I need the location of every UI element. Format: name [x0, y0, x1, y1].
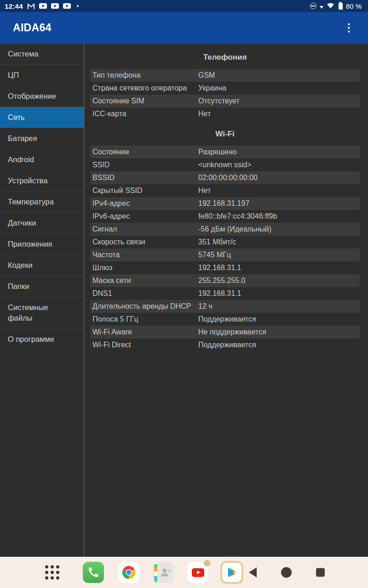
- info-row[interactable]: Состояние SIMОтсутствует: [90, 95, 360, 107]
- row-label: Состояние SIM: [90, 96, 198, 106]
- sidebar-item-system[interactable]: Система: [0, 44, 84, 65]
- sidebar: СистемаЦПОтображениеСетьБатареяAndroidУс…: [0, 44, 85, 557]
- youtube-badge-dot: [204, 560, 210, 566]
- info-row[interactable]: Wi-Fi DirectПоддерживается: [90, 339, 360, 351]
- row-label: Скорость связи: [90, 237, 198, 247]
- row-label: Страна сетевого оператора: [90, 84, 198, 93]
- sidebar-item-android[interactable]: Android: [0, 149, 84, 170]
- contacts-stripe: [154, 563, 157, 582]
- navigation-bar: [0, 557, 368, 588]
- row-label: Скрытый SSID: [90, 186, 198, 195]
- row-label: Длительность аренды DHCP: [90, 302, 198, 311]
- info-row[interactable]: СостояниеРазрешено: [90, 146, 360, 158]
- info-row[interactable]: Страна сетевого оператораУкраина: [90, 82, 360, 95]
- sidebar-item-display[interactable]: Отображение: [0, 86, 84, 107]
- gmail-notification-icon: [27, 3, 35, 10]
- info-row[interactable]: Скорость связи351 Мбит/с: [90, 236, 360, 249]
- sidebar-item-about[interactable]: О программе: [0, 329, 84, 350]
- row-value: fe80::bfe7:cc4:3046:ff9b: [198, 212, 360, 221]
- status-time: 12:44: [5, 2, 23, 10]
- row-value: 351 Мбит/с: [198, 237, 360, 247]
- sidebar-item-temperature[interactable]: Температура: [0, 192, 84, 213]
- row-value: 192.168.31.1: [198, 289, 360, 298]
- row-value: Украина: [198, 84, 360, 93]
- row-value: 255.255.255.0: [198, 276, 360, 285]
- app-drawer-icon[interactable]: [45, 565, 59, 580]
- chrome-icon[interactable]: [118, 562, 139, 583]
- row-value: Поддерживается: [198, 315, 360, 324]
- more-notifications-dot: [77, 5, 79, 7]
- row-value: GSM: [198, 71, 360, 80]
- sidebar-item-folders[interactable]: Папки: [0, 276, 84, 297]
- row-value: Нет: [198, 109, 360, 119]
- info-row[interactable]: IPv4-адрес192.168.31.197: [90, 197, 360, 210]
- sidebar-item-codecs[interactable]: Кодеки: [0, 255, 84, 276]
- row-label: Шлюз: [90, 263, 198, 272]
- row-label: Wi-Fi Direct: [90, 340, 198, 350]
- youtube-notification-icon: [63, 3, 71, 9]
- row-label: Полоса 5 ГГц: [90, 315, 198, 324]
- app-bar: AIDA64 ⋮: [0, 12, 368, 44]
- section-title: Wi-Fi: [90, 130, 360, 139]
- vpn-triangle-icon: [320, 6, 323, 9]
- info-row[interactable]: ICC-картаНет: [90, 107, 360, 120]
- info-row[interactable]: SSID<unknown ssid>: [90, 158, 360, 171]
- row-value: 5745 МГц: [198, 250, 360, 260]
- sidebar-item-system-files[interactable]: Системные файлы: [0, 297, 84, 329]
- youtube-notification-icon: [51, 3, 59, 9]
- contacts-icon[interactable]: [153, 562, 174, 583]
- sidebar-item-battery[interactable]: Батарея: [0, 128, 84, 149]
- status-bar: 12:44 80 %: [0, 0, 368, 12]
- info-row[interactable]: Wi-Fi AwareНе поддерживается: [90, 326, 360, 339]
- info-row[interactable]: BSSID02:00:00:00:00:00: [90, 171, 360, 184]
- info-row[interactable]: Шлюз192.168.31.1: [90, 261, 360, 274]
- youtube-icon[interactable]: [187, 562, 208, 583]
- phone-icon[interactable]: [83, 562, 104, 583]
- row-value: 02:00:00:00:00:00: [198, 173, 360, 182]
- recents-icon[interactable]: [316, 568, 325, 577]
- status-bar-notifications: 12:44: [5, 2, 79, 10]
- sidebar-item-sensors[interactable]: Датчики: [0, 213, 84, 234]
- row-value: Нет: [198, 186, 360, 195]
- youtube-tile: [187, 562, 208, 583]
- info-row[interactable]: Скрытый SSIDНет: [90, 184, 360, 197]
- status-bar-system-icons: 80 %: [310, 2, 362, 11]
- android-screen: 12:44 80 % AIDA64 ⋮ СистемаЦПОтображение…: [0, 0, 368, 588]
- youtube-notification-icon: [39, 3, 47, 9]
- back-icon[interactable]: [249, 567, 257, 577]
- row-value: 12 ч: [198, 302, 360, 311]
- kebab-menu-icon[interactable]: ⋮: [340, 21, 358, 35]
- row-value: <unknown ssid>: [198, 160, 360, 170]
- info-row[interactable]: Полоса 5 ГГцПоддерживается: [90, 313, 360, 326]
- row-label: DNS1: [90, 289, 198, 298]
- info-row[interactable]: IPv6-адресfe80::bfe7:cc4:3046:ff9b: [90, 210, 360, 223]
- row-value: 192.168.31.197: [198, 199, 360, 208]
- battery-icon: [339, 3, 343, 10]
- row-value: Не поддерживается: [198, 328, 360, 337]
- row-value: Отсутствует: [198, 96, 360, 106]
- row-label: Тип телефона: [90, 71, 198, 80]
- info-row[interactable]: Сигнал-56 дБм (Идеальный): [90, 223, 360, 236]
- info-row[interactable]: Частота5745 МГц: [90, 249, 360, 261]
- info-row[interactable]: Длительность аренды DHCP12 ч: [90, 300, 360, 313]
- info-row[interactable]: Тип телефонаGSM: [90, 69, 360, 82]
- row-value: 192.168.31.1: [198, 263, 360, 272]
- row-label: BSSID: [90, 173, 198, 182]
- row-label: ICC-карта: [90, 109, 198, 119]
- play-store-icon[interactable]: [220, 561, 243, 584]
- info-row[interactable]: DNS1192.168.31.1: [90, 287, 360, 300]
- row-label: Сигнал: [90, 225, 198, 234]
- sidebar-item-devices[interactable]: Устройства: [0, 170, 84, 192]
- sidebar-item-cpu[interactable]: ЦП: [0, 65, 84, 86]
- row-label: IPv6-адрес: [90, 212, 198, 221]
- home-icon[interactable]: [281, 567, 292, 578]
- row-value: -56 дБм (Идеальный): [198, 225, 360, 234]
- sidebar-item-network[interactable]: Сеть: [0, 107, 84, 128]
- row-label: SSID: [90, 160, 198, 170]
- info-row[interactable]: Маска сети255.255.255.0: [90, 274, 360, 287]
- sidebar-item-apps[interactable]: Приложения: [0, 234, 84, 255]
- row-label: Маска сети: [90, 276, 198, 285]
- row-value: Разрешено: [198, 147, 360, 157]
- play-store-tile: [222, 563, 242, 582]
- app-title: AIDA64: [13, 22, 52, 34]
